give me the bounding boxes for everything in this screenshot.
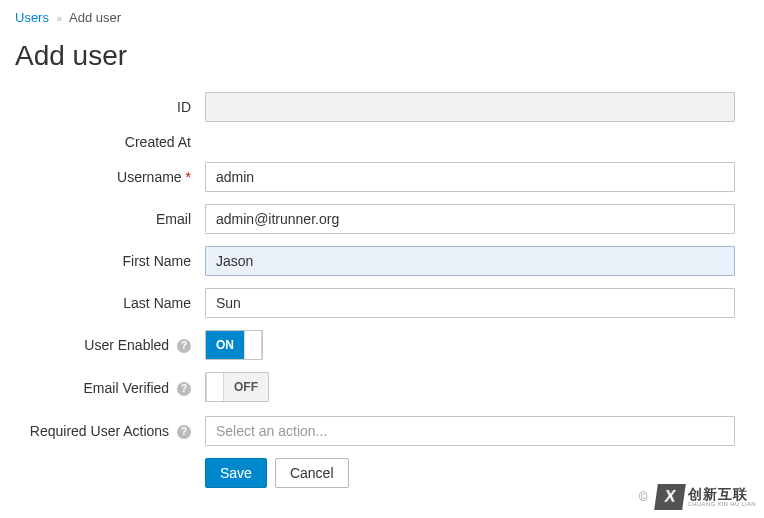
username-label: Username * [15, 169, 205, 185]
id-label: ID [15, 99, 205, 115]
created-at-label: Created At [15, 134, 205, 150]
toggle-handle [206, 373, 224, 401]
brand-name-en: CHUANG XIN HU LIAN [688, 501, 756, 507]
cancel-button[interactable]: Cancel [275, 458, 349, 488]
id-field [205, 92, 735, 122]
last-name-field[interactable] [205, 288, 735, 318]
email-verified-toggle[interactable]: OFF [205, 372, 269, 402]
user-enabled-label: User Enabled [15, 337, 205, 353]
email-field[interactable] [205, 204, 735, 234]
add-user-form: ID Created At Username * Email First Nam… [15, 92, 749, 488]
breadcrumb: Users » Add user [15, 10, 749, 25]
page-title: Add user [15, 40, 749, 72]
watermark-logo: © X 创新互联 CHUANG XIN HU LIAN [639, 484, 756, 510]
first-name-label: First Name [15, 253, 205, 269]
help-icon[interactable] [177, 382, 191, 396]
last-name-label: Last Name [15, 295, 205, 311]
required-actions-select[interactable]: Select an action... [205, 416, 735, 446]
logo-mark: X [654, 484, 686, 510]
email-verified-label: Email Verified [15, 380, 205, 396]
breadcrumb-link-users[interactable]: Users [15, 10, 49, 25]
breadcrumb-separator-icon: » [57, 13, 63, 24]
required-asterisk-icon: * [186, 169, 191, 185]
toggle-handle [244, 331, 262, 359]
toggle-off-text: OFF [224, 373, 268, 401]
help-icon[interactable] [177, 339, 191, 353]
first-name-field[interactable] [205, 246, 735, 276]
user-enabled-toggle[interactable]: ON [205, 330, 263, 360]
help-icon[interactable] [177, 425, 191, 439]
toggle-on-text: ON [206, 331, 244, 359]
username-field[interactable] [205, 162, 735, 192]
required-actions-label: Required User Actions [15, 423, 205, 439]
copyright-icon: © [639, 490, 648, 504]
breadcrumb-current: Add user [69, 10, 121, 25]
save-button[interactable]: Save [205, 458, 267, 488]
brand-name-cn: 创新互联 [688, 487, 756, 501]
email-label: Email [15, 211, 205, 227]
